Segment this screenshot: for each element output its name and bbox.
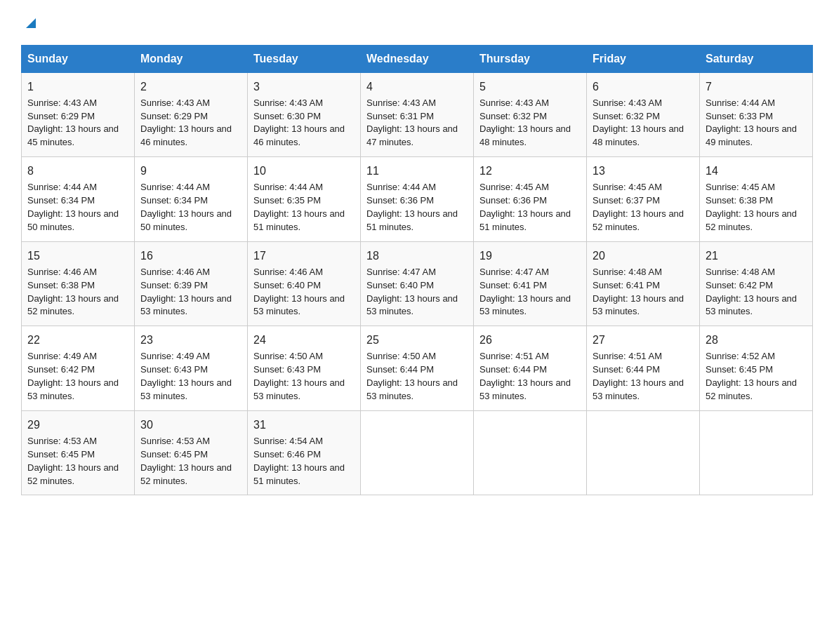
daylight-line: Daylight: 13 hours and 52 minutes. [706, 208, 797, 232]
day-number: 21 [706, 248, 807, 264]
day-number: 6 [593, 79, 694, 95]
sunrise-line: Sunrise: 4:46 AM [140, 267, 210, 277]
sunset-line: Sunset: 6:43 PM [140, 364, 208, 375]
sunset-line: Sunset: 6:45 PM [27, 449, 95, 459]
header-thursday: Thursday [474, 45, 587, 72]
daylight-line: Daylight: 13 hours and 53 minutes. [479, 293, 571, 317]
sunrise-line: Sunrise: 4:48 AM [706, 267, 775, 277]
day-number: 22 [27, 332, 128, 348]
calendar-cell: 3Sunrise: 4:43 AMSunset: 6:30 PMDaylight… [248, 72, 361, 157]
daylight-line: Daylight: 13 hours and 53 minutes. [140, 293, 232, 317]
sunrise-line: Sunrise: 4:45 AM [706, 182, 775, 192]
header-monday: Monday [135, 45, 248, 72]
sunrise-line: Sunrise: 4:49 AM [140, 351, 210, 361]
sunrise-line: Sunrise: 4:50 AM [253, 351, 323, 361]
day-number: 29 [27, 417, 128, 433]
day-number: 24 [253, 332, 355, 348]
daylight-line: Daylight: 13 hours and 51 minutes. [253, 462, 345, 486]
day-number: 14 [706, 163, 807, 179]
sunset-line: Sunset: 6:35 PM [253, 195, 321, 206]
logo-triangle-icon [23, 14, 39, 32]
sunset-line: Sunset: 6:38 PM [706, 195, 773, 206]
calendar-week-row: 22Sunrise: 4:49 AMSunset: 6:42 PMDayligh… [22, 326, 813, 411]
day-number: 23 [140, 332, 241, 348]
calendar-cell: 26Sunrise: 4:51 AMSunset: 6:44 PMDayligh… [474, 326, 587, 411]
sunrise-line: Sunrise: 4:43 AM [593, 98, 662, 108]
sunrise-line: Sunrise: 4:44 AM [27, 182, 97, 192]
calendar-cell: 11Sunrise: 4:44 AMSunset: 6:36 PMDayligh… [361, 157, 474, 242]
sunset-line: Sunset: 6:34 PM [27, 195, 95, 206]
daylight-line: Daylight: 13 hours and 52 minutes. [27, 293, 119, 317]
daylight-line: Daylight: 13 hours and 52 minutes. [706, 377, 797, 401]
sunset-line: Sunset: 6:44 PM [593, 364, 660, 375]
calendar-week-row: 29Sunrise: 4:53 AMSunset: 6:45 PMDayligh… [22, 410, 813, 495]
daylight-line: Daylight: 13 hours and 48 minutes. [479, 123, 571, 147]
page-header [21, 14, 813, 32]
day-number: 19 [479, 248, 581, 264]
calendar-week-row: 15Sunrise: 4:46 AMSunset: 6:38 PMDayligh… [22, 241, 813, 326]
sunset-line: Sunset: 6:30 PM [253, 111, 321, 121]
day-number: 11 [366, 163, 468, 179]
daylight-line: Daylight: 13 hours and 48 minutes. [593, 123, 684, 147]
sunset-line: Sunset: 6:31 PM [366, 111, 434, 121]
sunset-line: Sunset: 6:38 PM [27, 280, 95, 290]
day-number: 27 [593, 332, 694, 348]
calendar-cell [587, 410, 700, 495]
sunset-line: Sunset: 6:39 PM [140, 280, 208, 290]
calendar-cell: 6Sunrise: 4:43 AMSunset: 6:32 PMDaylight… [587, 72, 700, 157]
calendar-cell: 23Sunrise: 4:49 AMSunset: 6:43 PMDayligh… [135, 326, 248, 411]
calendar-cell: 9Sunrise: 4:44 AMSunset: 6:34 PMDaylight… [135, 157, 248, 242]
calendar-week-row: 8Sunrise: 4:44 AMSunset: 6:34 PMDaylight… [22, 157, 813, 242]
calendar-cell: 25Sunrise: 4:50 AMSunset: 6:44 PMDayligh… [361, 326, 474, 411]
calendar-cell: 7Sunrise: 4:44 AMSunset: 6:33 PMDaylight… [700, 72, 813, 157]
daylight-line: Daylight: 13 hours and 52 minutes. [27, 462, 119, 486]
day-number: 13 [593, 163, 694, 179]
sunset-line: Sunset: 6:46 PM [253, 449, 321, 459]
calendar-cell: 15Sunrise: 4:46 AMSunset: 6:38 PMDayligh… [22, 241, 135, 326]
day-number: 15 [27, 248, 128, 264]
sunrise-line: Sunrise: 4:47 AM [479, 267, 549, 277]
sunrise-line: Sunrise: 4:48 AM [593, 267, 662, 277]
sunrise-line: Sunrise: 4:50 AM [366, 351, 436, 361]
sunset-line: Sunset: 6:42 PM [706, 280, 773, 290]
daylight-line: Daylight: 13 hours and 50 minutes. [27, 208, 119, 232]
sunset-line: Sunset: 6:33 PM [706, 111, 773, 121]
sunrise-line: Sunrise: 4:44 AM [366, 182, 436, 192]
sunset-line: Sunset: 6:44 PM [366, 364, 434, 375]
day-number: 1 [27, 79, 128, 95]
sunrise-line: Sunrise: 4:51 AM [479, 351, 549, 361]
calendar-cell: 8Sunrise: 4:44 AMSunset: 6:34 PMDaylight… [22, 157, 135, 242]
calendar-cell: 12Sunrise: 4:45 AMSunset: 6:36 PMDayligh… [474, 157, 587, 242]
day-number: 31 [253, 417, 355, 433]
sunset-line: Sunset: 6:36 PM [479, 195, 547, 206]
calendar-cell [474, 410, 587, 495]
daylight-line: Daylight: 13 hours and 49 minutes. [706, 123, 797, 147]
daylight-line: Daylight: 13 hours and 53 minutes. [253, 293, 345, 317]
calendar-cell: 21Sunrise: 4:48 AMSunset: 6:42 PMDayligh… [700, 241, 813, 326]
sunset-line: Sunset: 6:40 PM [366, 280, 434, 290]
sunset-line: Sunset: 6:41 PM [593, 280, 660, 290]
calendar-cell: 18Sunrise: 4:47 AMSunset: 6:40 PMDayligh… [361, 241, 474, 326]
daylight-line: Daylight: 13 hours and 53 minutes. [593, 377, 684, 401]
calendar-cell: 13Sunrise: 4:45 AMSunset: 6:37 PMDayligh… [587, 157, 700, 242]
calendar-week-row: 1Sunrise: 4:43 AMSunset: 6:29 PMDaylight… [22, 72, 813, 157]
day-number: 2 [140, 79, 241, 95]
svg-marker-0 [26, 18, 36, 28]
calendar-cell: 24Sunrise: 4:50 AMSunset: 6:43 PMDayligh… [248, 326, 361, 411]
day-number: 8 [27, 163, 128, 179]
daylight-line: Daylight: 13 hours and 53 minutes. [27, 377, 119, 401]
daylight-line: Daylight: 13 hours and 47 minutes. [366, 123, 458, 147]
day-number: 16 [140, 248, 241, 264]
calendar-cell: 22Sunrise: 4:49 AMSunset: 6:42 PMDayligh… [22, 326, 135, 411]
sunrise-line: Sunrise: 4:47 AM [366, 267, 436, 277]
header-wednesday: Wednesday [361, 45, 474, 72]
calendar-cell: 31Sunrise: 4:54 AMSunset: 6:46 PMDayligh… [248, 410, 361, 495]
calendar-cell: 29Sunrise: 4:53 AMSunset: 6:45 PMDayligh… [22, 410, 135, 495]
day-number: 3 [253, 79, 355, 95]
sunrise-line: Sunrise: 4:43 AM [366, 98, 436, 108]
daylight-line: Daylight: 13 hours and 53 minutes. [593, 293, 684, 317]
sunrise-line: Sunrise: 4:52 AM [706, 351, 775, 361]
calendar-cell [361, 410, 474, 495]
daylight-line: Daylight: 13 hours and 52 minutes. [140, 462, 232, 486]
daylight-line: Daylight: 13 hours and 52 minutes. [593, 208, 684, 232]
